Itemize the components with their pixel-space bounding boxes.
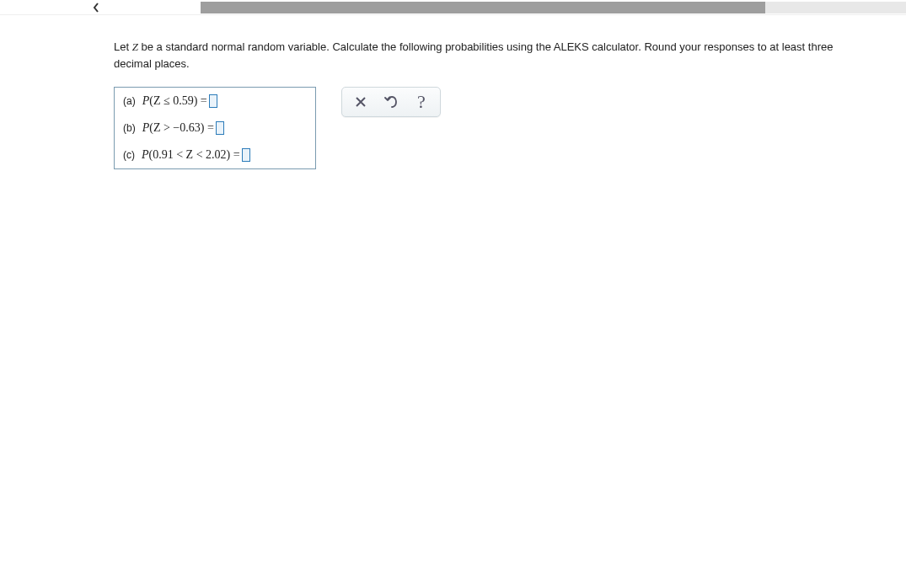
- part-b-label: (b): [123, 122, 136, 134]
- answer-box: (a) P(Z ≤ 0.59) = (b) P(Z > −0.63) = (c)…: [114, 87, 316, 169]
- top-bar: [0, 0, 906, 15]
- x-icon: [354, 95, 367, 109]
- part-c-row: (c) P(0.91 < Z < 2.02) =: [115, 142, 315, 168]
- part-a-row: (a) P(Z ≤ 0.59) =: [115, 88, 315, 115]
- help-button[interactable]: ?: [406, 89, 437, 115]
- part-b-input[interactable]: [216, 121, 224, 135]
- chevron-left-icon: [93, 3, 99, 13]
- part-b-expression: P(Z > −0.63) =: [142, 121, 214, 135]
- part-c-input[interactable]: [242, 148, 250, 162]
- clear-button[interactable]: [346, 89, 376, 115]
- part-c-expression: P(0.91 < Z < 2.02) =: [142, 148, 240, 162]
- undo-button[interactable]: [376, 89, 406, 115]
- scrollbar-thumb[interactable]: [201, 2, 765, 13]
- question-prompt: Let Z be a standard normal random variab…: [114, 39, 872, 72]
- horizontal-scrollbar[interactable]: [201, 2, 906, 13]
- part-a-expression: P(Z ≤ 0.59) =: [142, 94, 207, 108]
- part-b-row: (b) P(Z > −0.63) =: [115, 115, 315, 142]
- content-area: Let Z be a standard normal random variab…: [0, 15, 906, 203]
- part-a-label: (a): [123, 95, 136, 107]
- back-button[interactable]: [84, 0, 108, 14]
- undo-icon: [384, 95, 398, 109]
- answer-toolbar: ?: [341, 87, 441, 117]
- part-a-input[interactable]: [209, 94, 217, 108]
- help-icon: ?: [417, 91, 426, 113]
- part-c-label: (c): [123, 149, 135, 161]
